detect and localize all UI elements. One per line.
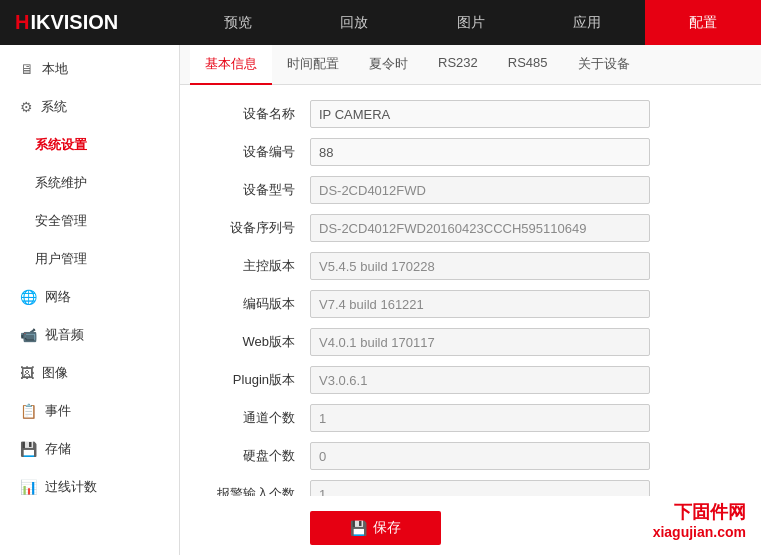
form-row-device-name: 设备名称 <box>200 100 741 128</box>
sidebar: 🖥本地⚙系统系统设置系统维护安全管理用户管理🌐网络📹视音频🖼图像📋事件💾存储📊过… <box>0 45 180 555</box>
save-icon: 💾 <box>350 520 367 536</box>
nav-item-应用[interactable]: 应用 <box>529 0 645 45</box>
form-label-web-version: Web版本 <box>200 333 310 351</box>
form-label-main-version: 主控版本 <box>200 257 310 275</box>
form-input-plugin-version[interactable] <box>310 366 650 394</box>
form-row-web-version: Web版本 <box>200 328 741 356</box>
form-label-device-name: 设备名称 <box>200 105 310 123</box>
form-input-web-version[interactable] <box>310 328 650 356</box>
form-label-encode-version: 编码版本 <box>200 295 310 313</box>
sidebar-label-storage: 存储 <box>45 440 71 458</box>
form-label-device-model: 设备型号 <box>200 181 310 199</box>
form-label-device-serial: 设备序列号 <box>200 219 310 237</box>
sidebar-label-system-settings: 系统设置 <box>35 136 87 154</box>
form-input-device-number[interactable] <box>310 138 650 166</box>
sub-tab-RS232[interactable]: RS232 <box>423 45 493 85</box>
sub-tab-关于设备[interactable]: 关于设备 <box>563 45 645 85</box>
nav-item-配置[interactable]: 配置 <box>645 0 761 45</box>
nav-item-图片[interactable]: 图片 <box>412 0 528 45</box>
nav-items: 预览回放图片应用配置 <box>180 0 761 45</box>
form-area: 设备名称设备编号设备型号设备序列号主控版本编码版本Web版本Plugin版本通道… <box>180 85 761 496</box>
save-button[interactable]: 💾 保存 <box>310 511 441 545</box>
sidebar-label-image: 图像 <box>42 364 68 382</box>
sidebar-item-line-count[interactable]: 📊过线计数 <box>0 468 179 506</box>
save-label: 保存 <box>373 519 401 537</box>
top-navigation: H IKVISION 预览回放图片应用配置 <box>0 0 761 45</box>
system-icon: ⚙ <box>20 99 33 115</box>
sub-tab-时间配置[interactable]: 时间配置 <box>272 45 354 85</box>
nav-item-回放[interactable]: 回放 <box>296 0 412 45</box>
sidebar-label-system: 系统 <box>41 98 67 116</box>
form-row-encode-version: 编码版本 <box>200 290 741 318</box>
form-row-main-version: 主控版本 <box>200 252 741 280</box>
form-label-alarm-in-count: 报警输入个数 <box>200 485 310 496</box>
form-row-device-serial: 设备序列号 <box>200 214 741 242</box>
form-input-disk-count[interactable] <box>310 442 650 470</box>
storage-icon: 💾 <box>20 441 37 457</box>
form-row-device-number: 设备编号 <box>200 138 741 166</box>
form-input-channel-count[interactable] <box>310 404 650 432</box>
form-row-channel-count: 通道个数 <box>200 404 741 432</box>
form-input-device-name[interactable] <box>310 100 650 128</box>
main-layout: 🖥本地⚙系统系统设置系统维护安全管理用户管理🌐网络📹视音频🖼图像📋事件💾存储📊过… <box>0 45 761 555</box>
sidebar-item-system-maintain[interactable]: 系统维护 <box>0 164 179 202</box>
form-row-disk-count: 硬盘个数 <box>200 442 741 470</box>
sidebar-label-local: 本地 <box>42 60 68 78</box>
line-count-icon: 📊 <box>20 479 37 495</box>
form-input-alarm-in-count[interactable] <box>310 480 650 496</box>
sidebar-label-event: 事件 <box>45 402 71 420</box>
form-input-main-version[interactable] <box>310 252 650 280</box>
sidebar-label-security: 安全管理 <box>35 212 87 230</box>
sidebar-item-storage[interactable]: 💾存储 <box>0 430 179 468</box>
logo-hik: IKVISION <box>30 11 118 34</box>
av-icon: 📹 <box>20 327 37 343</box>
sidebar-label-system-maintain: 系统维护 <box>35 174 87 192</box>
sidebar-item-event[interactable]: 📋事件 <box>0 392 179 430</box>
sidebar-item-system-settings[interactable]: 系统设置 <box>0 126 179 164</box>
form-row-device-model: 设备型号 <box>200 176 741 204</box>
local-icon: 🖥 <box>20 61 34 77</box>
sub-tabs: 基本信息时间配置夏令时RS232RS485关于设备 <box>180 45 761 85</box>
form-label-device-number: 设备编号 <box>200 143 310 161</box>
sidebar-label-av: 视音频 <box>45 326 84 344</box>
sidebar-item-security[interactable]: 安全管理 <box>0 202 179 240</box>
logo-text: H <box>15 11 30 34</box>
form-row-alarm-in-count: 报警输入个数 <box>200 480 741 496</box>
form-input-device-serial[interactable] <box>310 214 650 242</box>
nav-item-预览[interactable]: 预览 <box>180 0 296 45</box>
sub-tab-基本信息[interactable]: 基本信息 <box>190 45 272 85</box>
sidebar-label-line-count: 过线计数 <box>45 478 97 496</box>
form-input-encode-version[interactable] <box>310 290 650 318</box>
image-icon: 🖼 <box>20 365 34 381</box>
network-icon: 🌐 <box>20 289 37 305</box>
form-label-plugin-version: Plugin版本 <box>200 371 310 389</box>
content-area: 基本信息时间配置夏令时RS232RS485关于设备 设备名称设备编号设备型号设备… <box>180 45 761 555</box>
form-input-device-model[interactable] <box>310 176 650 204</box>
sidebar-item-local[interactable]: 🖥本地 <box>0 50 179 88</box>
sidebar-item-image[interactable]: 🖼图像 <box>0 354 179 392</box>
form-actions: 💾 保存 <box>180 496 761 555</box>
form-label-disk-count: 硬盘个数 <box>200 447 310 465</box>
sub-tab-夏令时[interactable]: 夏令时 <box>354 45 423 85</box>
sidebar-item-system[interactable]: ⚙系统 <box>0 88 179 126</box>
form-row-plugin-version: Plugin版本 <box>200 366 741 394</box>
sidebar-item-user-mgmt[interactable]: 用户管理 <box>0 240 179 278</box>
sidebar-item-av[interactable]: 📹视音频 <box>0 316 179 354</box>
sidebar-item-network[interactable]: 🌐网络 <box>0 278 179 316</box>
sub-tab-RS485[interactable]: RS485 <box>493 45 563 85</box>
sidebar-label-network: 网络 <box>45 288 71 306</box>
sidebar-label-user-mgmt: 用户管理 <box>35 250 87 268</box>
logo: H IKVISION <box>0 11 180 34</box>
form-label-channel-count: 通道个数 <box>200 409 310 427</box>
event-icon: 📋 <box>20 403 37 419</box>
